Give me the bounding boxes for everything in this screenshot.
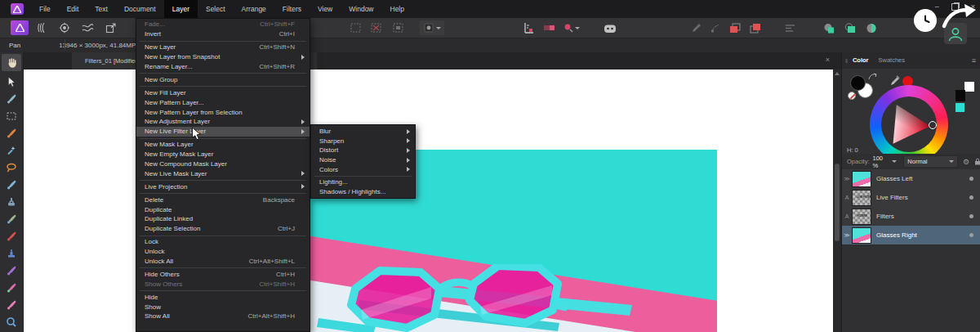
menubar-arrange[interactable]: Arrange	[234, 0, 274, 18]
view-hand-tool[interactable]	[2, 54, 21, 71]
menu-item-new-adjustment-layer[interactable]: New Adjustment Layer	[136, 117, 310, 127]
erase-tool[interactable]	[3, 263, 20, 278]
menu-item-live-projection[interactable]: Live Projection	[136, 182, 310, 191]
menu-item-new-layer[interactable]: New LayerCtrl+Shift+N	[136, 43, 310, 52]
submenu-item-blur[interactable]: Blur	[311, 127, 415, 137]
menu-item-fade[interactable]: Fade...Ctrl+Shift+F	[136, 20, 310, 29]
submenu-item-sharpen[interactable]: Sharpen	[311, 137, 415, 146]
mini-swatch-white[interactable]	[964, 82, 974, 92]
blend-mode-dropdown[interactable]: Normal	[903, 155, 958, 168]
layer-visibility-dot[interactable]	[969, 233, 973, 237]
paint-brush-tool[interactable]	[3, 229, 20, 244]
mask-mode-dropdown[interactable]	[420, 20, 444, 35]
duplicate-red-icon-1[interactable]	[726, 20, 744, 35]
submenu-item-distort[interactable]: Distort	[311, 146, 415, 155]
menubar-edit[interactable]: Edit	[59, 0, 87, 18]
marquee-tool[interactable]	[3, 109, 20, 123]
menu-item-invert[interactable]: InvertCtrl+I	[136, 29, 310, 39]
minimize-button[interactable]: –	[935, 2, 939, 11]
snapping-options-dropdown[interactable]	[560, 20, 583, 35]
menu-item-hide[interactable]: Hide	[136, 292, 310, 302]
layer-visibility-dot[interactable]	[969, 214, 973, 218]
menubar-window[interactable]: Window	[341, 0, 381, 18]
panel-menu-icon[interactable]: ≡	[972, 56, 976, 65]
tab-close-icon[interactable]: ×	[826, 56, 830, 64]
mixer-brush-tool[interactable]	[3, 280, 20, 295]
clone-tool[interactable]	[3, 195, 20, 209]
layer-thumbnail[interactable]	[852, 171, 871, 187]
boolean-add-icon[interactable]	[820, 20, 838, 35]
move-tool[interactable]	[3, 74, 20, 89]
layers-opacity-value[interactable]: 100 %	[873, 155, 890, 169]
submenu-item-noise[interactable]: Noise	[311, 155, 415, 165]
menu-item-new-mask-layer[interactable]: New Mask Layer	[136, 140, 310, 150]
selection-icon-1[interactable]	[346, 20, 364, 35]
alignment-icon[interactable]	[781, 20, 799, 35]
opacity-dropdown-icon[interactable]	[892, 160, 897, 163]
layer-thumbnail[interactable]: LIVE FILTERS	[852, 190, 871, 206]
export-persona-icon[interactable]	[101, 20, 119, 35]
menu-item-show-all[interactable]: Show AllCtrl+Alt+Shift+H	[136, 312, 310, 321]
layer-thumbnail[interactable]	[852, 227, 871, 244]
menu-item-unlock[interactable]: Unlock	[136, 247, 310, 257]
layer-thumbnail[interactable]: FILTERS	[852, 209, 871, 225]
menu-item-new-pattern-layer[interactable]: New Pattern Layer...	[136, 97, 310, 107]
menu-item-delete[interactable]: DeleteBackspace	[136, 195, 310, 204]
layer-visibility-dot[interactable]	[969, 195, 973, 200]
snapping-ruler-icon[interactable]	[519, 20, 537, 35]
menu-item-show[interactable]: Show	[136, 302, 310, 312]
layer-lock-icon[interactable]	[974, 158, 980, 165]
menu-item-new-layer-from-snapshot[interactable]: New Layer from Snapshot	[136, 52, 310, 62]
no-color-chip[interactable]	[848, 92, 856, 100]
snapping-colors-icon[interactable]	[541, 20, 559, 35]
selection-icon-3[interactable]	[389, 20, 407, 35]
layer-row-glasses-right[interactable]: ≫ Glasses Right	[842, 226, 980, 245]
menubar-file[interactable]: File	[31, 0, 59, 18]
tone-mapping-persona-icon[interactable]	[78, 20, 96, 35]
submenu-item-shadows-highlights[interactable]: Shadows / Highlights...	[311, 187, 415, 197]
color-wheel[interactable]	[870, 85, 948, 164]
menubar-document[interactable]: Document	[116, 0, 164, 18]
liquify-persona-icon[interactable]	[33, 20, 51, 35]
menu-item-new-group[interactable]: New Group	[136, 74, 310, 84]
smudge-tool[interactable]	[3, 298, 20, 312]
assistant-robot-icon[interactable]	[601, 20, 619, 35]
tab-color[interactable]: Color	[848, 52, 874, 69]
menu-item-new-live-mask-layer[interactable]: New Live Mask Layer	[136, 168, 310, 178]
mini-swatch-cyan[interactable]	[956, 103, 964, 112]
menu-item-lock[interactable]: Lock	[136, 237, 310, 247]
menu-item-duplicate-selection[interactable]: Duplicate SelectionCtrl+J	[136, 224, 310, 234]
boolean-divide-icon[interactable]	[862, 20, 880, 35]
menu-item-new-fill-layer[interactable]: New Fill Layer	[136, 87, 310, 97]
swap-colors-icon[interactable]	[868, 73, 877, 81]
menubar-help[interactable]: Help	[382, 0, 412, 18]
menu-item-show-others[interactable]: Show OthersCtrl+Shift+H	[136, 279, 310, 289]
node-edit-icon[interactable]	[706, 20, 724, 35]
menubar-select[interactable]: Select	[198, 0, 234, 18]
selection-icon-2[interactable]	[367, 20, 385, 35]
flood-select-tool[interactable]	[3, 143, 20, 158]
vector-pen-icon[interactable]	[688, 20, 706, 35]
canvas-vertical-scrollbar[interactable]	[833, 70, 841, 332]
layer-row-filters[interactable]: A FILTERS Filters	[842, 207, 980, 227]
menu-item-hide-others[interactable]: Hide OthersCtrl+H	[136, 269, 310, 279]
photo-persona-button[interactable]	[11, 20, 29, 35]
layer-row-live-filters[interactable]: A LIVE FILTERS Live Filters	[842, 188, 980, 208]
layer-settings-gear-icon[interactable]: ⚙	[963, 158, 969, 166]
brush-tool[interactable]	[3, 177, 20, 192]
boolean-intersect-icon[interactable]	[841, 20, 859, 35]
develop-persona-icon[interactable]	[56, 20, 74, 35]
layer-row-glasses-left[interactable]: ≫ Glasses Left	[842, 169, 980, 189]
stamp-tool[interactable]	[3, 246, 20, 261]
menubar-layer[interactable]: Layer	[164, 0, 198, 18]
menu-item-rename-layer[interactable]: Rename Layer...Ctrl+Shift+R	[136, 62, 310, 72]
menu-item-unlock-all[interactable]: Unlock AllCtrl+Alt+Shift+L	[136, 257, 310, 267]
submenu-item-colors[interactable]: Colors	[311, 164, 415, 174]
lasso-tool[interactable]	[3, 160, 20, 175]
submenu-item-lighting[interactable]: Lighting...	[311, 177, 415, 187]
menubar-filters[interactable]: Filters	[274, 0, 310, 18]
menubar-text[interactable]: Text	[87, 0, 116, 18]
selection-brush-tool[interactable]	[3, 92, 20, 106]
sponge-tool[interactable]	[3, 315, 20, 330]
mini-swatch-black[interactable]	[956, 90, 965, 101]
